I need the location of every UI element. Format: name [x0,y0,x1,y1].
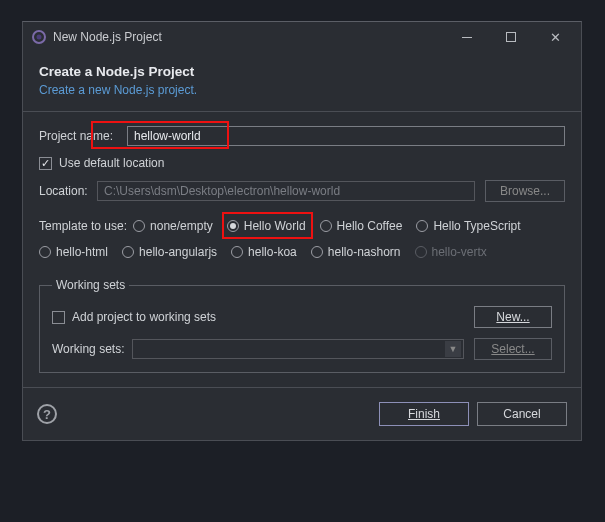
titlebar[interactable]: New Node.js Project ✕ [23,22,581,52]
working-sets-dropdown: ▼ [132,339,464,359]
working-sets-label: Working sets: [52,342,132,356]
radio-hello-world[interactable]: Hello World [227,217,311,235]
radio-hello-angularjs[interactable]: hello-angularjs [122,243,222,261]
close-button[interactable]: ✕ [533,23,577,51]
help-icon[interactable]: ? [37,404,57,424]
template-group: Template to use: none/empty Hello World … [39,214,565,264]
working-sets-group: Working sets Add project to working sets… [39,278,565,373]
use-default-location-checkbox[interactable]: ✓ [39,157,52,170]
working-sets-select-button: Select... [474,338,552,360]
location-input [97,181,475,201]
browse-button: Browse... [485,180,565,202]
add-to-working-sets-checkbox[interactable] [52,311,65,324]
dialog-footer: ? Finish Cancel [23,387,581,440]
dialog-content: Project name: ✓ Use default location Loc… [23,112,581,387]
project-name-label: Project name: [39,129,127,143]
radio-hello-html[interactable]: hello-html [39,243,113,261]
minimize-button[interactable] [445,23,489,51]
radio-hello-vertx: hello-vertx [415,243,492,261]
svg-point-1 [37,35,42,40]
radio-none-empty[interactable]: none/empty [133,217,218,235]
working-sets-legend: Working sets [52,278,129,292]
new-project-dialog: New Node.js Project ✕ Create a Node.js P… [22,21,582,441]
finish-button[interactable]: Finish [379,402,469,426]
radio-hello-koa[interactable]: hello-koa [231,243,302,261]
use-default-location-label: Use default location [59,156,164,170]
radio-hello-coffee[interactable]: Hello Coffee [320,217,408,235]
project-name-input[interactable] [127,126,565,146]
header-subtitle: Create a new Node.js project. [39,83,565,97]
working-sets-new-button[interactable]: New... [474,306,552,328]
template-label: Template to use: [39,219,127,233]
radio-hello-nashorn[interactable]: hello-nashorn [311,243,406,261]
radio-hello-typescript[interactable]: Hello TypeScript [416,217,525,235]
chevron-down-icon: ▼ [445,341,461,357]
add-to-working-sets-label: Add project to working sets [72,310,474,324]
window-title: New Node.js Project [53,30,445,44]
dialog-header: Create a Node.js Project Create a new No… [23,52,581,112]
eclipse-icon [31,29,47,45]
location-label: Location: [39,184,97,198]
maximize-button[interactable] [489,23,533,51]
cancel-button[interactable]: Cancel [477,402,567,426]
header-title: Create a Node.js Project [39,64,565,79]
